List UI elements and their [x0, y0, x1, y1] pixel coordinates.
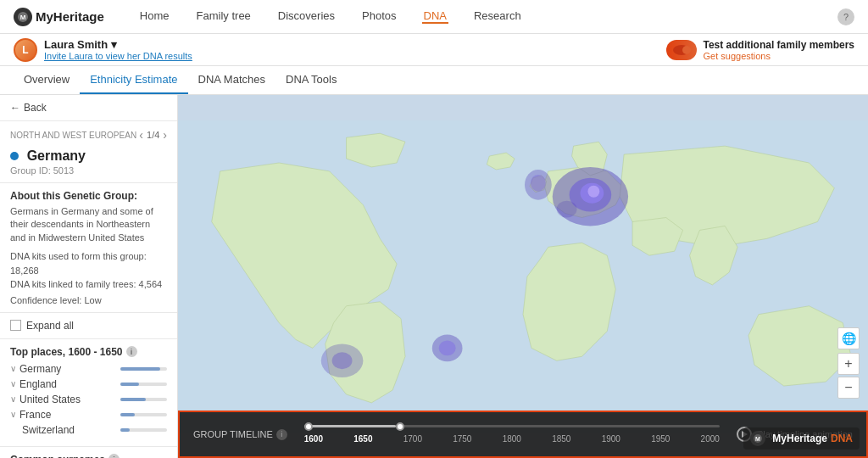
user-details: Laura Smith ▾ Invite Laura to view her D… — [44, 38, 192, 61]
tab-dna-tools[interactable]: DNA Tools — [275, 66, 347, 94]
sidebar-header: ← Back — [0, 95, 177, 121]
chevron-down-icon: ∨ — [10, 379, 16, 388]
group-name: Germany — [27, 148, 86, 163]
svg-point-12 — [439, 340, 456, 355]
mh-logo-text: MyHeritage — [772, 433, 827, 444]
promo-text: Test additional family members Get sugge… — [704, 39, 855, 61]
nav-home[interactable]: Home — [138, 9, 171, 24]
expand-all-label[interactable]: Expand all — [26, 320, 74, 332]
timeline-label: GROUP TIMELINE i — [193, 429, 287, 440]
england-bar — [120, 383, 167, 386]
switzerland-bar — [120, 428, 167, 432]
group-nav-label: NORTH AND WEST EUROPEAN — [10, 131, 136, 140]
group-name-section: Germany Group ID: 5013 — [0, 145, 177, 183]
place-switzerland: Switzerland — [10, 424, 167, 436]
group-dot-icon — [10, 152, 19, 160]
zoom-out-button[interactable]: − — [837, 377, 860, 399]
help-icon[interactable]: ? — [837, 8, 854, 25]
logo: M MyHeritage — [14, 8, 104, 26]
promo-title: Test additional family members — [704, 39, 855, 51]
nav-dna[interactable]: DNA — [422, 9, 448, 24]
tab-bar: Overview Ethnicity Estimate DNA Matches … — [0, 66, 868, 95]
timeline-slider[interactable] — [304, 425, 720, 427]
nav-items: Home Family tree Discoveries Photos DNA … — [138, 9, 837, 24]
about-stats: DNA kits used to form this group: 18,268… — [10, 249, 167, 292]
nav-discoveries[interactable]: Discoveries — [276, 9, 337, 24]
surnames-info-icon[interactable]: i — [108, 454, 120, 458]
svg-point-8 — [587, 186, 599, 198]
dna-promo: Test additional family members Get sugge… — [666, 39, 855, 61]
promo-icon — [666, 40, 697, 60]
sidebar: ← Back NORTH AND WEST EUROPEAN ‹ 1/4 › G… — [0, 95, 178, 458]
svg-point-10 — [531, 175, 546, 192]
back-label: Back — [24, 102, 47, 114]
svg-text:M: M — [755, 436, 760, 442]
zoom-in-button[interactable]: + — [837, 353, 860, 375]
slider-range — [304, 425, 396, 427]
slider-handle-left[interactable] — [304, 422, 313, 431]
expand-all-section: Expand all — [0, 313, 177, 339]
france-bar — [120, 413, 167, 416]
tab-ethnicity-estimate[interactable]: Ethnicity Estimate — [80, 66, 187, 94]
next-group-arrow[interactable]: › — [163, 128, 167, 142]
about-section: About this Genetic Group: Germans in Ger… — [0, 183, 177, 313]
place-england: ∨ England — [10, 378, 167, 390]
tick-2000: 2000 — [701, 434, 720, 444]
map-controls: 🌐 + − — [837, 327, 860, 399]
confidence-level: Confidence level: Low — [10, 295, 167, 305]
about-title: About this Genetic Group: — [10, 190, 167, 202]
top-places-info-icon[interactable]: i — [126, 346, 137, 357]
nav-photos[interactable]: Photos — [360, 9, 398, 24]
timeline-track[interactable]: 1600 1650 1700 1750 1800 1850 1900 1950 … — [304, 425, 720, 444]
prev-group-arrow[interactable]: ‹ — [139, 128, 143, 142]
invite-link[interactable]: Invite Laura to view her DNA results — [44, 51, 192, 61]
myheritage-dna-logo: M MyHeritage DNA — [743, 427, 860, 450]
chevron-down-icon: ∨ — [10, 364, 16, 373]
user-info: L Laura Smith ▾ Invite Laura to view her… — [14, 38, 192, 62]
tick-1900: 1900 — [602, 434, 620, 444]
chevron-down-icon: ∨ — [10, 394, 16, 404]
usa-bar — [120, 398, 167, 401]
germany-bar — [120, 367, 167, 371]
avatar: L — [14, 38, 37, 62]
slider-handle-right[interactable] — [396, 422, 404, 431]
svg-text:M: M — [20, 14, 26, 21]
logo-icon: M — [14, 8, 32, 26]
timeline-ticks: 1600 1650 1700 1750 1800 1850 1900 1950 … — [304, 434, 720, 444]
surnames-section: Common surnames i Schmidt — [0, 447, 177, 458]
svg-point-15 — [557, 201, 577, 218]
about-text: Germans in Germany and some of their des… — [10, 205, 167, 244]
main-content: ← Back NORTH AND WEST EUROPEAN ‹ 1/4 › G… — [0, 95, 868, 458]
nav-right: ? — [837, 8, 854, 25]
top-nav: M MyHeritage Home Family tree Discoverie… — [0, 0, 868, 34]
svg-point-14 — [332, 352, 353, 369]
mh-logo-dna: DNA — [831, 433, 853, 444]
nav-research[interactable]: Research — [472, 9, 523, 24]
chevron-down-icon: ∨ — [10, 410, 16, 419]
tick-1700: 1700 — [403, 434, 422, 444]
tab-overview[interactable]: Overview — [14, 66, 80, 94]
group-nav-controls: ‹ 1/4 › — [139, 128, 167, 142]
slider-track — [304, 425, 720, 427]
tick-1850: 1850 — [552, 434, 570, 444]
expand-all-checkbox[interactable] — [10, 320, 21, 331]
top-places-section: Top places, 1600 - 1650 i ∨ Germany ∨ En… — [0, 339, 177, 447]
group-nav: NORTH AND WEST EUROPEAN ‹ 1/4 › — [0, 121, 177, 145]
logo-text: MyHeritage — [36, 9, 104, 24]
promo-link[interactable]: Get suggestions — [704, 51, 855, 61]
group-page: 1/4 — [147, 130, 159, 140]
timeline-info-icon[interactable]: i — [276, 429, 287, 440]
map-area[interactable]: 🌐 + − GROUP TIMELINE i 1600 — [178, 95, 868, 458]
svg-point-3 — [682, 46, 691, 54]
nav-family-tree[interactable]: Family tree — [195, 9, 253, 24]
top-places-title: Top places, 1600 - 1650 i — [10, 346, 167, 358]
tick-1950: 1950 — [651, 434, 670, 444]
group-title: Germany — [10, 148, 167, 164]
back-arrow-icon: ← — [10, 102, 20, 114]
place-france: ∨ France — [10, 409, 167, 421]
user-name: Laura Smith ▾ — [44, 38, 192, 51]
tab-dna-matches[interactable]: DNA Matches — [188, 66, 275, 94]
back-button[interactable]: ← Back — [10, 102, 167, 114]
tick-1750: 1750 — [453, 434, 471, 444]
globe-icon[interactable]: 🌐 — [837, 327, 860, 349]
